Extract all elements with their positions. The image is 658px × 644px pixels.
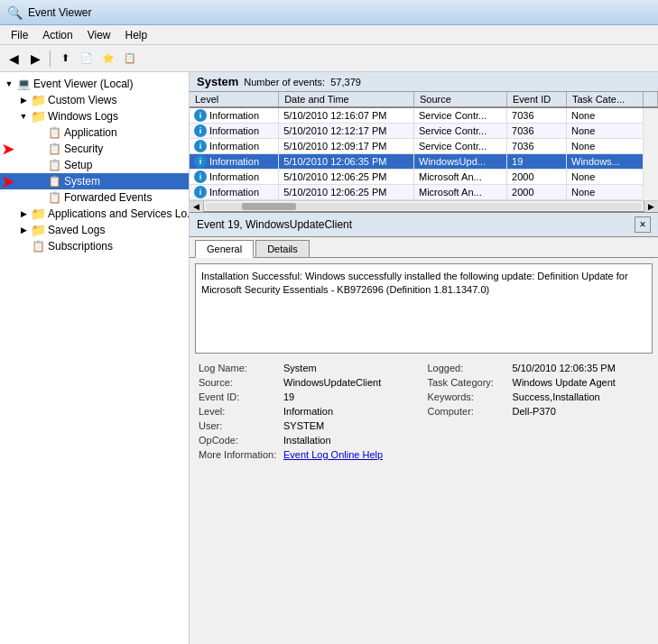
computer-icon: 💻 xyxy=(16,77,31,91)
tab-general[interactable]: General xyxy=(195,240,254,258)
info-icon: i xyxy=(194,140,207,152)
cell-level: iInformation xyxy=(190,154,279,170)
col-source[interactable]: Source xyxy=(414,92,507,107)
prop-more-info: More Information: Event Log Online Help xyxy=(195,447,424,462)
toolbar-doc[interactable]: 📄 xyxy=(77,49,97,69)
prop-user: User: SYSTEM xyxy=(195,419,424,433)
sidebar-item-setup[interactable]: 📋 Setup xyxy=(0,157,189,173)
sidebar-item-subscriptions[interactable]: 📋 Subscriptions xyxy=(0,238,189,254)
info-icon: i xyxy=(194,170,207,183)
sidebar-item-custom-views[interactable]: ▶ 📁 Custom Views xyxy=(0,92,189,108)
toolbar: ◀ ▶ ⬆ 📄 ⭐ 📋 xyxy=(0,45,658,72)
app-icon: 🔍 xyxy=(7,5,23,20)
cell-col-2: Microsoft An... xyxy=(414,185,507,200)
menu-view[interactable]: View xyxy=(80,27,118,43)
cell-col-3: 2000 xyxy=(507,185,567,200)
detail-message-box: Installation Successful: Windows success… xyxy=(195,263,653,354)
root-label: Event Viewer (Local) xyxy=(33,78,134,90)
scrollbar-track xyxy=(206,203,642,210)
expand-app-services[interactable]: ▶ xyxy=(16,207,31,221)
sidebar-item-windows-logs[interactable]: ▼ 📁 Windows Logs xyxy=(0,108,189,124)
sidebar: ▼ 💻 Event Viewer (Local) ▶ 📁 Custom View… xyxy=(0,72,190,644)
table-row[interactable]: iInformation5/10/2010 12:12:17 PMService… xyxy=(190,124,658,139)
event-id-label: Event ID: xyxy=(199,391,280,402)
props-left: Log Name: System Source: WindowsUpdateCl… xyxy=(195,361,424,462)
toolbar-back[interactable]: ◀ xyxy=(4,49,23,69)
folder-icon-app-services: 📁 xyxy=(31,207,45,221)
subscriptions-label: Subscriptions xyxy=(48,240,113,253)
more-info-link[interactable]: Event Log Online Help xyxy=(283,449,383,460)
prop-computer: Computer: Dell-P370 xyxy=(424,404,653,419)
cell-level: iInformation xyxy=(190,139,279,154)
more-info-label: More Information: xyxy=(199,449,280,460)
event-list-section: System Number of events: 57,379 Level Da… xyxy=(190,72,658,213)
menu-help[interactable]: Help xyxy=(118,27,155,43)
sidebar-item-saved-logs[interactable]: ▶ 📁 Saved Logs xyxy=(0,222,189,238)
tab-details[interactable]: Details xyxy=(255,240,310,257)
sidebar-item-root[interactable]: ▼ 💻 Event Viewer (Local) xyxy=(0,76,189,92)
menu-file[interactable]: File xyxy=(4,27,35,43)
col-event-id[interactable]: Event ID xyxy=(507,92,567,107)
detail-close-button[interactable]: × xyxy=(635,216,651,233)
table-row[interactable]: iInformation5/10/2010 12:09:17 PMService… xyxy=(190,139,658,154)
log-icon-setup: 📋 xyxy=(47,158,61,172)
cell-col-3: 19 xyxy=(507,154,567,170)
cell-col-1: 5/10/2010 12:16:07 PM xyxy=(279,107,414,124)
expand-application xyxy=(32,125,47,140)
table-row[interactable]: iInformation5/10/2010 12:16:07 PMService… xyxy=(190,107,658,124)
cell-level: iInformation xyxy=(190,124,279,139)
level-label: Level: xyxy=(199,406,280,417)
event-id-value: 19 xyxy=(283,391,294,402)
expand-windows-logs[interactable]: ▼ xyxy=(16,109,31,124)
toolbar-star[interactable]: ⭐ xyxy=(98,49,118,69)
col-level[interactable]: Level xyxy=(190,92,279,107)
detail-header: Event 19, WindowsUpdateClient × xyxy=(190,213,658,237)
expand-system xyxy=(32,174,47,189)
cell-col-3: 7036 xyxy=(507,139,567,154)
menu-action[interactable]: Action xyxy=(35,27,79,43)
toolbar-clip[interactable]: 📋 xyxy=(120,49,140,69)
info-icon: i xyxy=(194,186,207,198)
cell-col-4: None xyxy=(567,185,644,200)
log-icon-forwarded: 📋 xyxy=(47,190,61,205)
scrollbar-thumb[interactable] xyxy=(242,203,296,210)
sidebar-item-forwarded-events[interactable]: 📋 Forwarded Events xyxy=(0,189,189,206)
sidebar-item-app-services[interactable]: ▶ 📁 Applications and Services Lo... xyxy=(0,206,189,222)
detail-message-text: Installation Successful: Windows success… xyxy=(201,271,628,295)
cell-col-4: None xyxy=(567,139,644,154)
horizontal-scrollbar[interactable]: ◀ ▶ xyxy=(190,200,658,211)
level-text: Information xyxy=(209,187,259,198)
info-icon: i xyxy=(194,124,207,137)
cell-col-3: 2000 xyxy=(507,170,567,185)
table-row[interactable]: iInformation5/10/2010 12:06:25 PMMicroso… xyxy=(190,170,658,185)
sidebar-item-system[interactable]: ➤ 📋 System xyxy=(0,173,189,189)
main-layout: ▼ 💻 Event Viewer (Local) ▶ 📁 Custom View… xyxy=(0,72,658,644)
app-services-label: Applications and Services Lo... xyxy=(48,207,190,220)
cell-col-3: 7036 xyxy=(507,107,567,124)
task-cat-value: Windows Update Agent xyxy=(513,377,616,388)
table-row[interactable]: iInformation5/10/2010 12:06:35 PMWindows… xyxy=(190,154,658,170)
table-row[interactable]: iInformation5/10/2010 12:06:25 PMMicroso… xyxy=(190,185,658,200)
sidebar-item-application[interactable]: 📋 Application xyxy=(0,124,189,141)
toolbar-up[interactable]: ⬆ xyxy=(55,49,75,69)
expand-subscriptions xyxy=(16,239,31,253)
cell-col-1: 5/10/2010 12:06:25 PM xyxy=(279,170,414,185)
logged-value: 5/10/2010 12:06:35 PM xyxy=(513,363,616,373)
col-task-cat[interactable]: Task Cate... xyxy=(567,92,644,107)
scroll-left-btn[interactable]: ◀ xyxy=(190,201,204,212)
cell-col-2: Microsoft An... xyxy=(414,170,507,185)
cell-col-4: None xyxy=(567,124,644,139)
log-icon-security: 📋 xyxy=(47,142,61,156)
sidebar-item-security[interactable]: ➤ 📋 Security xyxy=(0,141,189,157)
source-label: Source: xyxy=(199,377,280,388)
toolbar-forward[interactable]: ▶ xyxy=(25,49,45,69)
cell-col-2: Service Contr... xyxy=(414,107,507,124)
expand-custom-views[interactable]: ▶ xyxy=(16,93,31,107)
scroll-right-btn[interactable]: ▶ xyxy=(644,201,658,212)
expand-saved-logs[interactable]: ▶ xyxy=(16,223,31,237)
event-table-wrapper[interactable]: Level Date and Time Source Event ID Task… xyxy=(190,92,658,200)
opcode-value: Installation xyxy=(283,435,331,446)
cell-col-2: Service Contr... xyxy=(414,124,507,139)
expand-root[interactable]: ▼ xyxy=(2,77,16,91)
col-date[interactable]: Date and Time xyxy=(279,92,414,107)
